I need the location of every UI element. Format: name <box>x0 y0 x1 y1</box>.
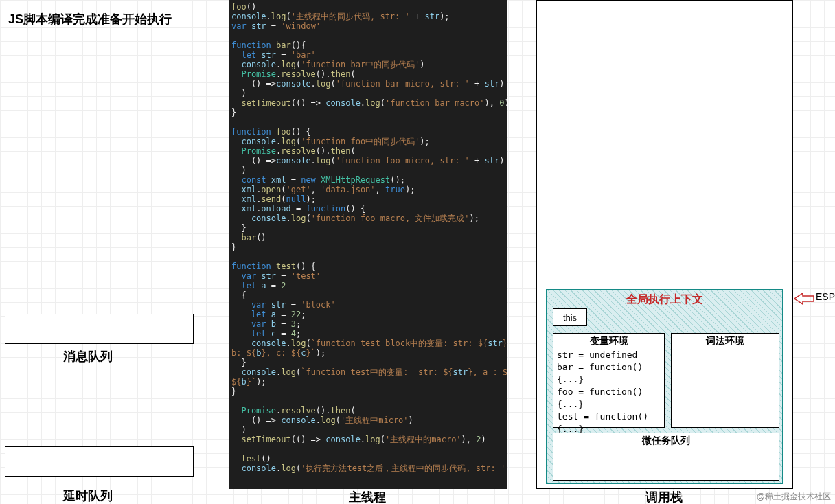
var-env-line: str = undefined <box>553 349 664 361</box>
var-env-line: bar = function(){...} <box>553 361 664 386</box>
global-context-box: 全局执行上下文 this 变量环境 str = undefined bar = … <box>546 289 783 484</box>
lex-env-title: 词法环境 <box>672 334 779 349</box>
code-editor: foo() console.log('主线程中的同步代码, str: ' + s… <box>229 0 507 489</box>
context-title: 全局执行上下文 <box>547 290 782 307</box>
var-env-title: 变量环境 <box>553 334 664 349</box>
var-env-line: foo = function(){...} <box>553 386 664 411</box>
page-title: JS脚本编译完成准备开始执行 <box>8 11 172 27</box>
delay-queue-label: 延时队列 <box>63 488 113 504</box>
message-queue-box <box>5 314 194 344</box>
svg-marker-0 <box>794 293 814 304</box>
watermark: @稀土掘金技术社区 <box>757 491 831 503</box>
esp-arrow-icon <box>794 293 815 305</box>
call-stack-label: 调用栈 <box>645 489 683 504</box>
microtask-queue: 微任务队列 <box>553 433 779 481</box>
message-queue-label: 消息队列 <box>63 348 113 365</box>
lexical-environment: 词法环境 <box>671 333 779 428</box>
this-box: this <box>553 308 587 326</box>
micro-title: 微任务队列 <box>553 433 779 448</box>
delay-queue-box <box>5 446 194 477</box>
main-thread-label: 主线程 <box>349 489 386 504</box>
var-env-line: test = function(){...} <box>553 411 664 435</box>
esp-label: ESP <box>816 291 835 302</box>
variable-environment: 变量环境 str = undefined bar = function(){..… <box>553 333 665 428</box>
